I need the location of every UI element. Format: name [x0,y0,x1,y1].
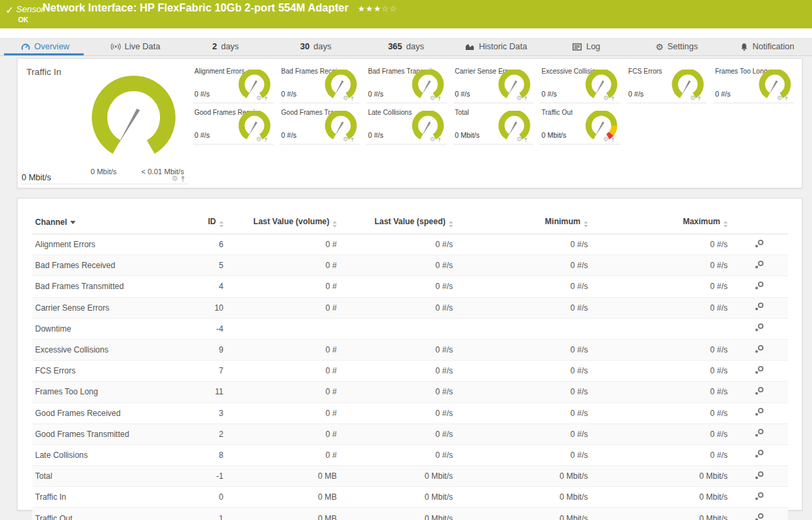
bell-icon [740,43,749,51]
maximum: 0 #/s [591,382,730,402]
channel-settings-icon[interactable] [754,365,765,375]
minimum: 0 Mbit/s [456,466,591,487]
channel-settings-icon[interactable] [754,449,765,459]
channel-settings-icon[interactable] [754,281,765,290]
maximum: 0 #/s [591,361,730,382]
gear-icon[interactable]: ⚙ [777,95,782,101]
gear-icon[interactable]: ⚙ [343,136,348,142]
gear-icon[interactable]: ⚙ [603,136,609,142]
live-signal-icon [111,43,121,51]
tab-label: Log [586,42,600,51]
last-value-volume: 0 # [226,234,340,255]
maximum: 0 #/s [591,234,730,255]
channel-settings-icon[interactable] [754,428,765,438]
col-header-maximum[interactable]: Maximum [591,212,730,234]
gear-icon[interactable]: ⚙ [256,136,261,142]
minimum: 0 #/s [456,276,591,297]
tab-bar: Overview Live Data 2 days 30 days 365 da… [0,38,812,56]
gear-icon[interactable]: ⚙ [516,136,522,142]
col-header-last-volume[interactable]: Last Value (volume) [226,212,340,234]
col-header-channel[interactable]: Channel [32,212,184,234]
channel-settings-icon[interactable] [754,323,765,332]
minimum: 0 #/s [456,423,591,444]
tab-historic-data[interactable]: Historic Data [451,38,541,55]
minimum: 0 Mbit/s [456,508,591,520]
col-header-last-speed[interactable]: Last Value (speed) [340,212,456,234]
gauge-value: 0 Mbit/s [22,173,51,182]
tab-2-days[interactable]: 2 days [180,38,271,55]
pause-flag-icon[interactable]: ⚐ [335,3,342,10]
pin-icon[interactable] [611,96,615,101]
gauge-value: 0 #/s [628,90,644,98]
gauge-title: Traffic In [26,67,61,77]
tab-notification-triggers[interactable]: Notification [722,38,812,55]
mini-gauge-fcs-errors: FCS Errors 0 #/s ⚙ [627,62,707,103]
gauge-value: 0 #/s [281,90,297,98]
channel-name: Frames Too Long [32,382,184,402]
tab-log[interactable]: Log [541,38,632,55]
minimum: 0 #/s [456,234,591,255]
gear-icon[interactable]: ⚙ [430,95,435,101]
channel-name: Downtime [32,318,184,339]
gauge-title: Traffic Out [541,109,572,116]
mini-gauge-bad-frames-transmitted: Bad Frames Transmitted 0 #/s ⚙ [367,62,447,103]
maximum: 0 Mbit/s [591,487,730,508]
channel-settings-icon[interactable] [754,302,765,311]
channel-settings-icon[interactable] [754,492,765,501]
tab-overview[interactable]: Overview [0,38,90,55]
channel-settings-icon[interactable] [754,407,765,417]
tab-label: Overview [34,42,70,51]
channel-settings-icon[interactable] [754,239,765,249]
last-value-speed: 0 #/s [340,402,456,423]
gear-icon[interactable]: ⚙ [603,95,609,101]
mini-gauge-alignment-errors: Alignment Errors 0 #/s ⚙ [193,62,273,103]
pin-icon[interactable] [350,96,354,101]
gauge-value: 0 #/s [281,131,297,139]
col-header-minimum[interactable]: Minimum [456,212,591,234]
channel-settings-icon[interactable] [754,471,765,480]
pin-icon[interactable] [524,137,528,142]
sort-icon [219,221,223,228]
gauges-panel: Traffic In 0 Mbit/s < 0.01 Mbit/s 0 Mbit… [17,58,803,188]
sort-desc-icon [70,221,76,224]
channel-id: 6 [184,234,226,255]
pin-icon[interactable] [264,96,268,101]
tab-live-data[interactable]: Live Data [90,38,181,55]
pin-icon[interactable] [350,137,354,142]
pin-icon[interactable] [697,96,701,101]
pin-icon[interactable] [437,137,441,142]
tab-label: days [221,42,238,51]
pin-icon[interactable] [437,96,441,101]
channel-settings-icon[interactable] [754,513,765,520]
pin-icon[interactable] [611,137,615,142]
maximum: 0 #/s [591,444,730,465]
pin-icon[interactable] [524,96,528,101]
gauge-title: FCS Errors [628,68,662,75]
channel-name: Carrier Sense Errors [32,297,184,318]
gauge-value: 0 #/s [368,131,383,139]
gear-icon[interactable]: ⚙ [516,95,522,101]
channel-id: 5 [184,255,226,276]
last-value-volume: 0 MB [226,487,340,508]
gear-icon[interactable]: ⚙ [690,95,695,101]
maximum: 0 Mbit/s [591,466,730,487]
channel-settings-icon[interactable] [754,386,765,396]
gear-icon[interactable]: ⚙ [256,95,261,101]
channel-settings-icon[interactable] [754,260,765,269]
pin-icon[interactable] [264,137,268,142]
channel-settings-icon[interactable] [754,344,765,354]
tab-number: 2 [213,42,217,51]
tab-settings[interactable]: ⚙ Settings [632,38,722,55]
col-header-id[interactable]: ID [184,212,226,234]
priority-stars[interactable]: ★★★☆☆ [358,4,398,14]
tab-label: Historic Data [479,42,527,51]
gear-icon[interactable]: ⚙ [171,175,178,182]
last-value-volume: 0 # [226,423,340,444]
tab-30-days[interactable]: 30 days [271,38,361,55]
tab-365-days[interactable]: 365 days [361,38,452,55]
pin-icon[interactable] [180,176,186,182]
gear-icon[interactable]: ⚙ [430,136,435,142]
pin-icon[interactable] [784,96,788,101]
divider [21,184,188,184]
gear-icon[interactable]: ⚙ [343,95,348,101]
